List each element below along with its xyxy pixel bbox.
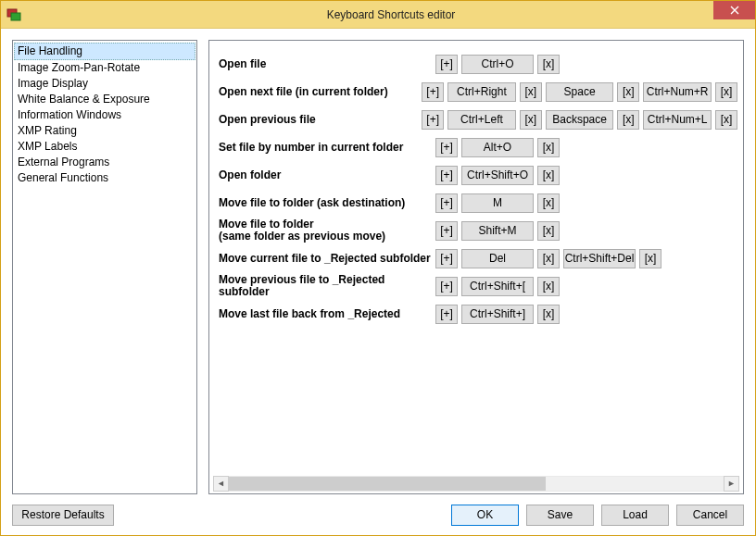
load-button[interactable]: Load — [601, 505, 669, 526]
close-button[interactable] — [713, 1, 755, 19]
key-binding-button[interactable]: Shift+M — [461, 221, 534, 241]
scroll-right-button[interactable]: ► — [724, 476, 739, 492]
shortcut-label: Set file by number in current folder — [219, 142, 432, 154]
shortcut-row: Move file to folder(same folder as previ… — [219, 217, 737, 244]
shortcut-row: Move file to folder (ask destination)[+]… — [219, 189, 737, 217]
add-binding-button[interactable]: [+] — [435, 249, 458, 268]
shortcut-label: Move previous file to _Rejected subfolde… — [219, 274, 432, 298]
remove-binding-button[interactable]: [x] — [617, 82, 639, 102]
remove-binding-button[interactable]: [x] — [537, 138, 560, 157]
remove-binding-button[interactable]: [x] — [617, 110, 639, 130]
shortcut-label: Open next file (in current folder) — [219, 86, 418, 98]
key-binding-button[interactable]: Ctrl+Num+L — [643, 110, 712, 130]
shortcut-label: Move current file to _Rejected subfolder — [219, 253, 432, 265]
remove-binding-button[interactable]: [x] — [639, 249, 662, 268]
sidebar-item[interactable]: XMP Labels — [14, 139, 195, 155]
scroll-left-button[interactable]: ◄ — [213, 476, 229, 492]
remove-binding-button[interactable]: [x] — [537, 221, 560, 241]
shortcuts-panel: Open file[+]Ctrl+O[x]Open next file (in … — [208, 40, 744, 494]
sidebar-item[interactable]: General Functions — [14, 170, 195, 186]
shortcut-row: Set file by number in current folder[+]A… — [219, 133, 737, 161]
key-binding-button[interactable]: Ctrl+Shift+O — [461, 166, 534, 185]
shortcut-row: Move current file to _Rejected subfolder… — [219, 244, 737, 272]
shortcut-row: Move last file back from _Rejected[+]Ctr… — [219, 300, 737, 328]
key-binding-button[interactable]: M — [461, 193, 534, 213]
add-binding-button[interactable]: [+] — [422, 110, 444, 130]
shortcut-label: Open folder — [219, 169, 432, 181]
key-binding-button[interactable]: Ctrl+Num+R — [643, 82, 712, 102]
shortcut-label: Open file — [219, 58, 432, 70]
add-binding-button[interactable]: [+] — [435, 193, 458, 213]
remove-binding-button[interactable]: [x] — [715, 82, 737, 102]
save-button[interactable]: Save — [526, 505, 594, 526]
add-binding-button[interactable]: [+] — [435, 221, 458, 241]
remove-binding-button[interactable]: [x] — [520, 82, 542, 102]
horizontal-scrollbar[interactable]: ◄ ► — [213, 476, 739, 492]
main-area: File HandlingImage Zoom-Pan-RotateImage … — [12, 40, 744, 494]
key-binding-button[interactable]: Space — [546, 82, 614, 102]
key-binding-button[interactable]: Ctrl+Right — [447, 82, 516, 102]
shortcut-label: Move file to folder(same folder as previ… — [219, 218, 432, 243]
add-binding-button[interactable]: [+] — [422, 82, 444, 102]
key-binding-button[interactable]: Backspace — [546, 110, 614, 130]
shortcut-label: Move file to folder (ask destination) — [219, 197, 432, 209]
add-binding-button[interactable]: [+] — [435, 305, 458, 324]
add-binding-button[interactable]: [+] — [435, 55, 458, 74]
sidebar-item[interactable]: Image Zoom-Pan-Rotate — [14, 60, 195, 76]
titlebar: Keyboard Shortcuts editor — [1, 1, 755, 29]
scroll-thumb[interactable] — [229, 477, 546, 491]
cancel-button[interactable]: Cancel — [676, 505, 744, 526]
shortcut-row: Open folder[+]Ctrl+Shift+O[x] — [219, 161, 737, 189]
svg-rect-1 — [11, 13, 20, 20]
sidebar-item[interactable]: File Handling — [14, 43, 195, 60]
remove-binding-button[interactable]: [x] — [715, 110, 737, 130]
key-binding-button[interactable]: Ctrl+Shift+[ — [461, 277, 534, 296]
shortcut-label: Move last file back from _Rejected — [219, 308, 432, 320]
remove-binding-button[interactable]: [x] — [520, 110, 542, 130]
key-binding-button[interactable]: Del — [461, 249, 534, 268]
footer: Restore Defaults OK Save Load Cancel — [12, 494, 744, 526]
add-binding-button[interactable]: [+] — [435, 138, 458, 157]
sidebar-item[interactable]: External Programs — [14, 155, 195, 170]
add-binding-button[interactable]: [+] — [435, 166, 458, 185]
remove-binding-button[interactable]: [x] — [537, 55, 560, 74]
sidebar-item[interactable]: White Balance & Exposure — [14, 92, 195, 107]
category-list[interactable]: File HandlingImage Zoom-Pan-RotateImage … — [12, 40, 197, 494]
ok-button[interactable]: OK — [451, 505, 519, 526]
key-binding-button[interactable]: Ctrl+Shift+] — [461, 305, 534, 324]
remove-binding-button[interactable]: [x] — [537, 166, 560, 185]
add-binding-button[interactable]: [+] — [435, 277, 458, 296]
sidebar-item[interactable]: Information Windows — [14, 107, 195, 123]
shortcut-row: Open next file (in current folder)[+]Ctr… — [219, 78, 737, 106]
window-title: Keyboard Shortcuts editor — [27, 8, 755, 21]
remove-binding-button[interactable]: [x] — [537, 305, 560, 324]
remove-binding-button[interactable]: [x] — [537, 193, 560, 213]
key-binding-button[interactable]: Ctrl+Shift+Del — [563, 249, 636, 268]
remove-binding-button[interactable]: [x] — [537, 277, 560, 296]
dialog-body: File HandlingImage Zoom-Pan-RotateImage … — [1, 29, 755, 535]
shortcut-label: Open previous file — [219, 114, 418, 126]
scroll-track[interactable] — [229, 476, 724, 492]
key-binding-button[interactable]: Alt+O — [461, 138, 534, 157]
content-wrap: Open file[+]Ctrl+O[x]Open next file (in … — [208, 40, 744, 494]
shortcut-row: Move previous file to _Rejected subfolde… — [219, 272, 737, 300]
shortcut-row: Open previous file[+]Ctrl+Left[x]Backspa… — [219, 106, 737, 133]
remove-binding-button[interactable]: [x] — [537, 249, 560, 268]
window: Keyboard Shortcuts editor File HandlingI… — [0, 0, 756, 536]
app-icon — [1, 7, 27, 22]
shortcut-row: Open file[+]Ctrl+O[x] — [219, 50, 737, 78]
sidebar-item[interactable]: Image Display — [14, 76, 195, 92]
key-binding-button[interactable]: Ctrl+Left — [447, 110, 516, 130]
restore-defaults-button[interactable]: Restore Defaults — [12, 505, 114, 526]
sidebar-item[interactable]: XMP Rating — [14, 123, 195, 139]
key-binding-button[interactable]: Ctrl+O — [461, 55, 534, 74]
